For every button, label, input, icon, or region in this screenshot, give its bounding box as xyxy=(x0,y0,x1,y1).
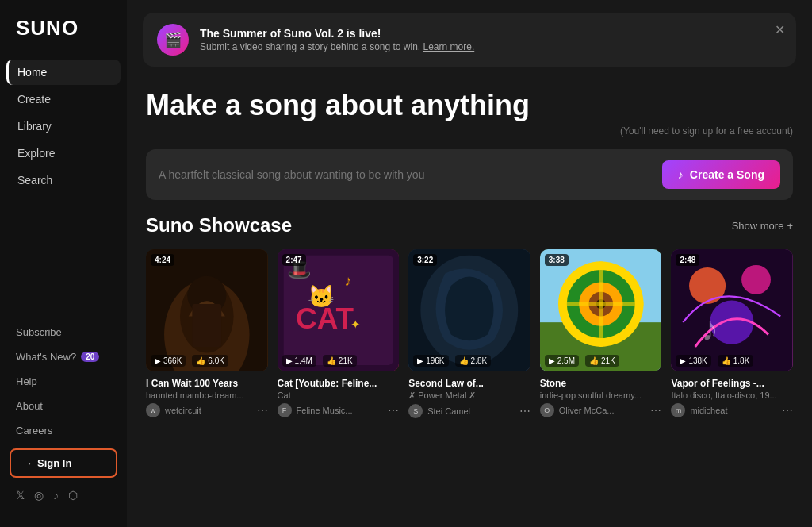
banner-text: The Summer of Suno Vol. 2 is live! Submi… xyxy=(200,27,782,52)
card-4-plays: ▶ 2.5M xyxy=(545,355,579,367)
showcase-card-2[interactable]: 🎩 🐱 ♪ CAT ✦ 2:47 ▶ 1.4M 👍 xyxy=(278,249,400,418)
sidebar-item-explore[interactable]: Explore xyxy=(6,140,121,166)
svg-text:♪: ♪ xyxy=(702,310,719,348)
home-label: Home xyxy=(17,66,47,79)
about-item[interactable]: About xyxy=(10,396,117,416)
card-1-title: I Can Wait 100 Years xyxy=(146,378,268,389)
hero-title: Make a song about anything xyxy=(146,89,793,122)
card-1-likes: 👍 6.0K xyxy=(192,355,228,367)
card-2-duration: 2:47 xyxy=(282,254,306,266)
card-5-avatar: m xyxy=(671,403,685,417)
subscribe-item[interactable]: Subscribe xyxy=(10,322,117,342)
song-search-input[interactable] xyxy=(159,168,653,181)
card-4-avatar: O xyxy=(540,403,554,417)
banner-subtitle: Submit a video sharing a story behind a … xyxy=(200,41,782,52)
search-bar: ♪ Create a Song xyxy=(146,149,793,200)
showcase-card-1[interactable]: 4:24 ▶ 366K 👍 6.0K I Can Wait 100 Years … xyxy=(146,249,268,418)
showcase-card-5[interactable]: ♪ 2:48 ▶ 138K 👍 1.8K Vapor of F xyxy=(671,249,793,418)
sign-in-icon: → xyxy=(22,457,33,469)
card-4-likes: 👍 21K xyxy=(585,355,619,367)
sidebar-bottom: Subscribe What's New? 20 Help About Care… xyxy=(0,322,127,514)
sidebar-item-home[interactable]: Home xyxy=(6,60,121,85)
showcase-card-4[interactable]: 3:38 ▶ 2.5M 👍 21K Stone indie-pop soulfu… xyxy=(540,249,662,418)
play-icon-2: ▶ xyxy=(286,356,293,365)
card-thumb-2: 🎩 🐱 ♪ CAT ✦ 2:47 ▶ 1.4M 👍 xyxy=(278,249,400,371)
card-1-more-button[interactable]: ⋯ xyxy=(257,404,268,417)
play-icon-5: ▶ xyxy=(680,356,686,365)
music-note-icon: ♪ xyxy=(678,168,684,181)
svg-rect-4 xyxy=(192,304,221,347)
card-1-author: w wetcircuit ⋯ xyxy=(146,403,268,417)
card-thumb-1: 4:24 ▶ 366K 👍 6.0K xyxy=(146,249,268,371)
like-icon-2: 👍 xyxy=(327,356,336,365)
card-3-plays: ▶ 196K xyxy=(413,355,448,367)
sidebar-item-library[interactable]: Library xyxy=(6,113,121,139)
card-3-likes: 👍 2.8K xyxy=(455,355,492,367)
banner-link[interactable]: Learn more. xyxy=(423,41,475,52)
like-icon-3: 👍 xyxy=(459,356,469,365)
twitter-icon[interactable]: 𝕏 xyxy=(16,489,25,502)
sidebar-item-create[interactable]: Create xyxy=(6,87,121,112)
card-2-title: Cat [Youtube: Feline... xyxy=(278,378,400,389)
card-4-title: Stone xyxy=(540,378,662,389)
sign-in-button[interactable]: → Sign In xyxy=(10,448,117,478)
create-label: Create xyxy=(17,93,51,106)
card-3-title: Second Law of... xyxy=(408,378,530,389)
svg-text:✦: ✦ xyxy=(350,317,361,331)
sidebar: SUNO Home Create Library Explore Search … xyxy=(0,0,127,527)
card-1-author-name: wetcircuit xyxy=(165,406,252,415)
announcement-banner: 🎬 The Summer of Suno Vol. 2 is live! Sub… xyxy=(143,13,796,67)
search-label: Search xyxy=(17,174,52,187)
whats-new-item[interactable]: What's New? 20 xyxy=(10,347,117,367)
card-5-author: m midicheat ⋯ xyxy=(671,403,793,417)
card-5-genre: Italo disco, Italo-disco, 19... xyxy=(671,390,793,400)
instagram-icon[interactable]: ◎ xyxy=(34,489,44,502)
plus-icon: + xyxy=(787,220,793,232)
card-thumb-5: ♪ 2:48 ▶ 138K 👍 1.8K xyxy=(671,249,793,371)
banner-icon: 🎬 xyxy=(157,24,189,56)
showcase-card-3[interactable]: 3:22 ▶ 196K 👍 2.8K Second Law of... ✗ Po… xyxy=(408,249,530,418)
card-2-likes: 👍 21K xyxy=(323,355,357,367)
tiktok-icon[interactable]: ♪ xyxy=(53,489,59,502)
banner-close-button[interactable]: ✕ xyxy=(775,22,785,37)
create-song-button[interactable]: ♪ Create a Song xyxy=(662,160,780,189)
card-thumb-3: 3:22 ▶ 196K 👍 2.8K xyxy=(408,249,530,371)
social-icons: 𝕏 ◎ ♪ ⬡ xyxy=(10,483,117,502)
showcase-title: Suno Showcase xyxy=(146,214,292,237)
card-2-author: F Feline Music... ⋯ xyxy=(278,403,400,417)
discord-icon[interactable]: ⬡ xyxy=(68,489,78,502)
show-more-button[interactable]: Show more + xyxy=(732,220,793,232)
card-4-duration: 3:38 xyxy=(545,254,569,266)
card-3-genre: ✗ Power Metal ✗ xyxy=(408,390,530,401)
card-1-plays: ▶ 366K xyxy=(151,355,186,367)
card-4-more-button[interactable]: ⋯ xyxy=(650,404,661,417)
card-3-stats: ▶ 196K 👍 2.8K xyxy=(413,355,526,367)
card-3-more-button[interactable]: ⋯ xyxy=(519,405,530,417)
help-item[interactable]: Help xyxy=(10,371,117,391)
cards-grid: 4:24 ▶ 366K 👍 6.0K I Can Wait 100 Years … xyxy=(146,249,793,418)
card-5-more-button[interactable]: ⋯ xyxy=(782,404,793,417)
card-2-stats: ▶ 1.4M 👍 21K xyxy=(282,355,395,367)
showcase-header: Suno Showcase Show more + xyxy=(146,214,793,237)
card-3-author-name: Stei Camel xyxy=(427,406,515,416)
card-2-avatar: F xyxy=(278,403,292,417)
card-5-likes: 👍 1.8K xyxy=(718,355,754,367)
sidebar-item-search[interactable]: Search xyxy=(6,167,121,193)
play-icon-4: ▶ xyxy=(549,356,555,365)
svg-point-25 xyxy=(741,265,771,294)
logo: SUNO xyxy=(0,16,127,60)
play-icon: ▶ xyxy=(155,356,161,365)
card-2-more-button[interactable]: ⋯ xyxy=(388,404,399,417)
card-2-author-name: Feline Music... xyxy=(297,406,384,415)
careers-item[interactable]: Careers xyxy=(10,421,117,440)
hero-subtitle: (You'll need to sign up for a free accou… xyxy=(146,125,793,137)
card-4-author: O Oliver McCa... ⋯ xyxy=(540,403,662,417)
card-4-genre: indie-pop soulful dreamy... xyxy=(540,390,662,400)
card-5-title: Vapor of Feelings -... xyxy=(671,378,793,389)
showcase-section: Suno Showcase Show more + xyxy=(127,214,812,434)
card-3-duration: 3:22 xyxy=(413,254,437,266)
like-icon-4: 👍 xyxy=(589,356,599,365)
card-2-plays: ▶ 1.4M xyxy=(282,355,316,367)
like-icon-5: 👍 xyxy=(722,356,731,365)
card-3-author: S Stei Camel ⋯ xyxy=(408,404,530,418)
